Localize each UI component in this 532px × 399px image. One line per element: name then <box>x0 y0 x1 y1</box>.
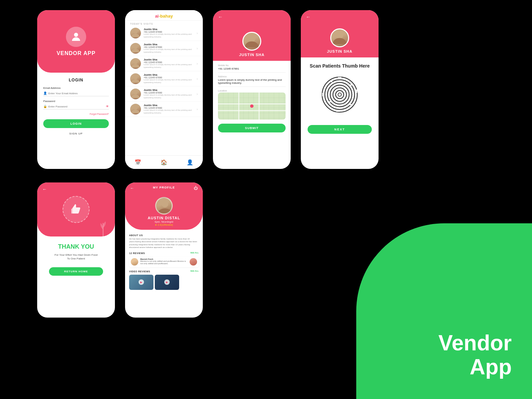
calendar-icon[interactable]: 📅 <box>135 159 141 166</box>
svg-point-7 <box>248 35 255 42</box>
back-button-5[interactable]: ← <box>42 186 47 192</box>
svg-point-6 <box>134 106 138 110</box>
patient-face-svg-4 <box>331 28 348 46</box>
location-label: Location <box>218 90 286 92</box>
power-icon[interactable]: ⏻ <box>194 186 198 191</box>
patient-header: ← JUSTIN SHA <box>213 10 291 61</box>
phone-visits: ai-bahay TODAY'S VISITS Justin Sha +91 1… <box>125 10 203 169</box>
svg-rect-18 <box>350 84 353 85</box>
svg-rect-24 <box>71 209 73 214</box>
visit-item-6[interactable]: Justin Sha +91 12345 67890 Lorem ipsum i… <box>125 102 203 117</box>
phones-top-row: VENDOR APP LOGIN Email Address 👤 Passwor… <box>37 10 379 169</box>
play-icon-2[interactable]: ▶ <box>164 279 170 285</box>
email-input[interactable] <box>48 92 109 95</box>
address-label: Address <box>218 75 286 78</box>
svg-point-8 <box>336 31 343 39</box>
mobile-value: +91 12345 67891 <box>218 67 286 73</box>
login-body: LOGIN Email Address 👤 Password 🔒 👁 Forgo… <box>37 73 115 140</box>
visits-header: ai-bahay <box>125 10 203 21</box>
thumbs-up-circle <box>63 196 90 223</box>
video-reviews-label: VIDEO REVIEWS <box>129 270 150 273</box>
reviewer-text-1: Monice is not only skilled and proffesam… <box>140 260 188 266</box>
profile-specialization: Spec. Neurologist <box>154 221 173 223</box>
thank-you-body: THANK YOU For Your Effort You Had Given … <box>37 236 115 282</box>
user-svg <box>70 31 82 43</box>
visit-item-1[interactable]: Justin Sha +91 12345 67890 Lorem ipsum i… <box>125 26 203 41</box>
video-thumb-2[interactable]: ▶ <box>155 275 179 290</box>
svg-point-4 <box>134 75 138 79</box>
visit-avatar-5 <box>130 89 141 99</box>
back-button-6[interactable]: ← <box>130 186 134 191</box>
visit-item-5[interactable]: Justin Sha +91 12345 67890 Lorem ipsum i… <box>125 86 203 102</box>
profile-page-title: MY PROFILE <box>153 186 175 189</box>
thank-you-subtitle: For Your Effort You Had Given FoodTo One… <box>54 253 98 260</box>
profile-icon[interactable]: 👤 <box>187 159 193 166</box>
home-icon[interactable]: 🏠 <box>161 159 167 166</box>
play-icon-1[interactable]: ▶ <box>139 279 144 285</box>
password-field-group: Password 🔒 👁 <box>43 100 109 109</box>
login-header: VENDOR APP <box>37 10 115 73</box>
thank-you-header: ← <box>37 182 115 236</box>
reviewer-avatar-2 <box>190 258 197 266</box>
submit-button[interactable]: SUBMIT <box>218 124 286 132</box>
visit-info-5: Justin Sha +91 12345 67890 Lorem ipsum i… <box>144 89 194 99</box>
map-placeholder <box>218 93 286 120</box>
back-button-4[interactable]: ← <box>306 14 311 20</box>
bottom-nav: 📅 🏠 👤 <box>125 155 203 169</box>
thank-you-title: THANK YOU <box>58 243 94 250</box>
visit-info-6: Justin Sha +91 12345 67890 Lorem ipsum i… <box>144 104 194 115</box>
video-thumb-1[interactable]: ▶ <box>129 275 153 290</box>
profile-body: ABOUT US He has been practicing integrat… <box>125 230 203 293</box>
visit-item-4[interactable]: Justin Sha +91 12345 67890 Lorem ipsum i… <box>125 71 203 86</box>
back-button-3[interactable]: ← <box>218 14 223 20</box>
svg-point-15 <box>338 93 341 96</box>
svg-point-11 <box>328 82 352 107</box>
see-all-reviews-link[interactable]: SEE ALL <box>190 252 199 254</box>
fingerprint-body: Scan Patients Thumb Here <box>301 57 379 139</box>
visit-avatar-6 <box>130 104 141 115</box>
video-reviews-header: VIDEO REVIEWS SEE ALL <box>129 269 199 274</box>
vendor-app-title: VENDOR APP <box>56 50 95 56</box>
phone-fingerprint: ← JUSTIN SHA Scan Patients Thumb Here <box>301 10 379 169</box>
visit-info-4: Justin Sha +91 12345 67890 Lorem ipsum i… <box>144 73 194 84</box>
visit-arrow-1: › <box>197 31 198 35</box>
svg-point-3 <box>134 60 138 64</box>
return-home-button[interactable]: RETURN HOME <box>49 267 103 276</box>
visit-item-2[interactable]: Justin Sha +91 12345 67890 Lorem ipsum i… <box>125 41 203 56</box>
login-button[interactable]: LOGIN <box>43 119 109 128</box>
visit-avatar-1 <box>130 28 141 39</box>
eye-icon[interactable]: 👁 <box>106 105 109 108</box>
visit-item-3[interactable]: Justin Sha +91 12345 67890 Lorem ipsum i… <box>125 56 203 71</box>
review-item-1: Manish Finch Monice is not only skilled … <box>129 256 199 267</box>
svg-point-2 <box>134 45 138 49</box>
patient-name-3: JUSTIN SHA <box>239 53 264 57</box>
profile-face-svg <box>156 198 173 215</box>
password-input[interactable] <box>48 105 106 108</box>
phone-my-profile: ← MY PROFILE ⏻ AUSTIN DISTAL Spec. Neuro… <box>125 182 203 318</box>
next-button[interactable]: NEXT <box>308 125 372 134</box>
login-section-title: LOGIN <box>43 78 109 82</box>
visit-avatar-4 <box>130 73 141 84</box>
plant-decoration <box>98 216 108 236</box>
visits-section-label: TODAY'S VISITS <box>125 21 203 26</box>
reviews-count-label: 12 REVIEWS <box>129 252 145 254</box>
user-icon: 👤 <box>43 92 47 95</box>
visit-info-3: Justin Sha +91 12345 67890 Lorem ipsum i… <box>144 58 194 69</box>
signup-link[interactable]: SIGN UP <box>43 132 109 135</box>
email-input-row[interactable]: 👤 <box>43 91 109 96</box>
svg-rect-19 <box>322 93 323 96</box>
phone-patient-profile: ← JUSTIN SHA Mobile No +91 12345 67891 A… <box>213 10 291 169</box>
svg-rect-21 <box>328 101 331 102</box>
see-all-videos-link[interactable]: SEE ALL <box>190 270 199 272</box>
scan-title: Scan Patients Thumb Here <box>310 63 369 69</box>
profile-name: AUSTIN DISTAL <box>148 216 180 220</box>
svg-rect-17 <box>330 81 332 82</box>
forgot-password-link[interactable]: Forgot Password? <box>43 113 109 115</box>
email-label: Email Address <box>43 86 109 90</box>
about-section-text: He has been practicing integrative famil… <box>129 238 199 249</box>
patient-avatar-4 <box>330 28 349 47</box>
profile-rating: ★ 2.4(12Review) <box>155 224 173 226</box>
svg-rect-20 <box>356 90 357 93</box>
password-input-row[interactable]: 🔒 👁 <box>43 104 109 109</box>
visit-name-1: Justin Sha <box>144 28 194 31</box>
